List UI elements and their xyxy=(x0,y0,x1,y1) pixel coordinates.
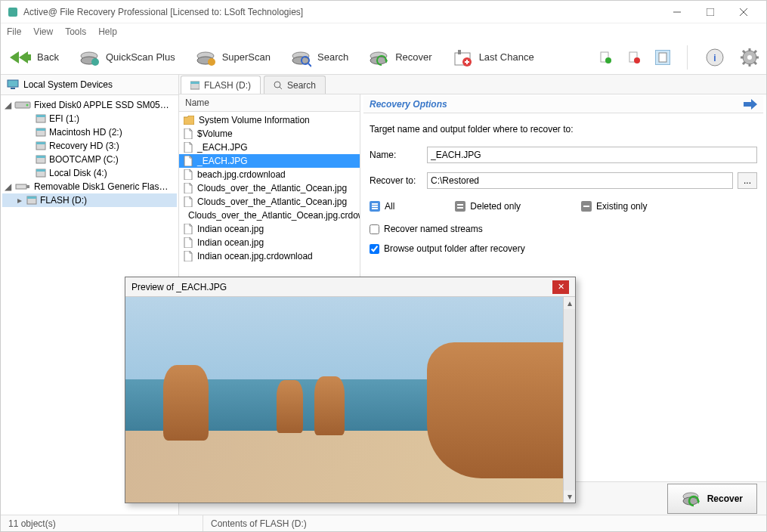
tree-partition[interactable]: BOOTCAMP (C:) xyxy=(2,153,177,166)
scroll-track[interactable] xyxy=(564,309,575,490)
filter-existing[interactable]: Existing only xyxy=(581,201,647,212)
svg-rect-29 xyxy=(659,53,666,62)
svg-rect-61 xyxy=(190,82,199,84)
volume-icon xyxy=(36,168,46,178)
tree-disk1[interactable]: ◢ Removable Disk1 Generic Flas… xyxy=(2,180,177,193)
svg-rect-71 xyxy=(457,207,463,209)
svg-rect-43 xyxy=(11,88,15,89)
file-icon xyxy=(184,128,193,139)
chk-browse-after[interactable]: Browse output folder after recovery xyxy=(370,243,757,254)
tree-disk0[interactable]: ◢ Fixed Disk0 APPLE SSD SM05… xyxy=(2,98,177,112)
doc-plain-icon[interactable] xyxy=(655,50,670,65)
menu-help[interactable]: Help xyxy=(98,26,117,37)
menu-tools[interactable]: Tools xyxy=(65,26,86,37)
back-button[interactable]: Back xyxy=(7,45,62,70)
lastchance-button[interactable]: Last Chance xyxy=(449,45,537,70)
tabs: FLASH (D:) Search xyxy=(179,75,766,94)
svg-marker-64 xyxy=(744,99,757,110)
svg-marker-5 xyxy=(19,51,31,63)
svg-rect-70 xyxy=(457,204,463,206)
name-row: Name: xyxy=(370,147,757,163)
expander-icon[interactable]: ◢ xyxy=(4,100,11,110)
file-icon xyxy=(184,251,193,261)
recover-to-input[interactable] xyxy=(427,172,733,189)
doc-ok-icon[interactable] xyxy=(598,50,613,65)
doc-del-icon[interactable] xyxy=(626,50,642,65)
name-input[interactable] xyxy=(427,147,757,163)
file-row[interactable]: Indian ocean.jpg.crdownload xyxy=(179,249,360,263)
chk-named-streams-box[interactable] xyxy=(370,224,379,234)
tree-flash[interactable]: ▸ FLASH (D:) xyxy=(2,193,177,207)
app-icon xyxy=(7,6,19,18)
quickscan-button[interactable]: QuickScan Plus xyxy=(76,45,178,70)
svg-point-26 xyxy=(605,57,611,63)
close-button[interactable] xyxy=(727,2,760,23)
preview-titlebar[interactable]: Preview of _EACH.JPG ✕ xyxy=(125,277,575,297)
scroll-down-button[interactable]: ▾ xyxy=(564,490,575,503)
file-row[interactable]: $Volume xyxy=(179,127,360,141)
folder-icon xyxy=(184,116,194,125)
tree-partition[interactable]: EFI (1:) xyxy=(2,112,177,125)
info-icon[interactable]: i xyxy=(704,47,725,68)
svg-line-38 xyxy=(743,51,745,53)
gear-icon[interactable] xyxy=(739,47,760,68)
arrow-right-icon[interactable] xyxy=(744,99,757,110)
hdd-icon xyxy=(14,100,31,110)
browse-button[interactable]: ... xyxy=(738,172,757,189)
preview-image xyxy=(125,297,563,503)
tab-search[interactable]: Search xyxy=(264,76,326,94)
file-row[interactable]: Clouds_over_the_Atlantic_Ocean.jpg xyxy=(179,195,360,209)
tree-partition[interactable]: Local Disk (4:) xyxy=(2,166,177,180)
volume-icon xyxy=(36,141,46,151)
statusbar: 11 object(s) Contents of FLASH (D:) xyxy=(1,515,766,531)
svg-rect-0 xyxy=(8,8,17,17)
file-row[interactable]: _EACH.JPG xyxy=(179,154,360,168)
superscan-button[interactable]: SuperScan xyxy=(192,45,274,70)
preview-scrollbar[interactable]: ▴ ▾ xyxy=(563,297,575,503)
svg-rect-2 xyxy=(707,8,714,16)
expander-icon[interactable]: ▸ xyxy=(16,195,23,206)
svg-rect-47 xyxy=(36,115,45,117)
file-row[interactable]: System Volume Information xyxy=(179,113,360,127)
preview-window[interactable]: Preview of _EACH.JPG ✕ ▴ ▾ xyxy=(125,277,576,503)
tree-partition[interactable]: Recovery HD (3:) xyxy=(2,139,177,153)
filter-row: All Deleted only Existing only xyxy=(370,201,757,212)
filter-all-icon xyxy=(370,201,380,212)
file-row[interactable]: beach.jpg.crdownload xyxy=(179,168,360,181)
tree-partition[interactable]: Macintosh HD (2:) xyxy=(2,125,177,139)
tab-flash[interactable]: FLASH (D:) xyxy=(181,76,261,94)
recovery-options-header: Recovery Options xyxy=(363,96,763,113)
titlebar: Active@ File Recovery Professional [Lice… xyxy=(1,1,766,23)
minimize-button[interactable] xyxy=(660,2,694,23)
column-header-name[interactable]: Name xyxy=(179,94,360,112)
svg-rect-66 xyxy=(372,203,378,205)
monitor-icon xyxy=(7,79,19,90)
search-button[interactable]: Search xyxy=(287,45,351,70)
svg-line-40 xyxy=(754,51,756,53)
maximize-button[interactable] xyxy=(694,2,727,23)
recover-icon xyxy=(682,489,701,509)
file-row[interactable]: Clouds_over_the_Atlantic_Ocean.jpg.crdow… xyxy=(179,209,360,222)
scroll-up-button[interactable]: ▴ xyxy=(564,297,575,309)
window-title: Active@ File Recovery Professional [Lice… xyxy=(23,7,303,17)
file-icon xyxy=(184,224,193,234)
filter-deleted[interactable]: Deleted only xyxy=(455,201,521,212)
file-row[interactable]: Indian ocean.jpg xyxy=(179,222,360,236)
recover-action-button[interactable]: Recover xyxy=(667,484,757,514)
recover-button[interactable]: Recover xyxy=(365,45,435,70)
file-row[interactable]: Indian ocean.jpg xyxy=(179,236,360,249)
expander-icon[interactable]: ◢ xyxy=(4,181,11,192)
svg-rect-68 xyxy=(372,208,378,209)
filter-all[interactable]: All xyxy=(370,201,394,212)
menu-file[interactable]: File xyxy=(7,26,21,37)
file-icon xyxy=(184,156,193,166)
file-row[interactable]: Clouds_over_the_Atlantic_Ocean.jpg xyxy=(179,181,360,195)
preview-close-button[interactable]: ✕ xyxy=(552,280,569,294)
svg-rect-49 xyxy=(36,128,45,131)
preview-body: ▴ ▾ xyxy=(125,297,575,503)
chk-named-streams[interactable]: Recover named streams xyxy=(370,224,757,234)
file-row[interactable]: _EACH.JPG xyxy=(179,141,360,154)
menu-view[interactable]: View xyxy=(33,26,53,37)
filter-deleted-icon xyxy=(455,201,465,212)
chk-browse-after-box[interactable] xyxy=(370,244,379,254)
